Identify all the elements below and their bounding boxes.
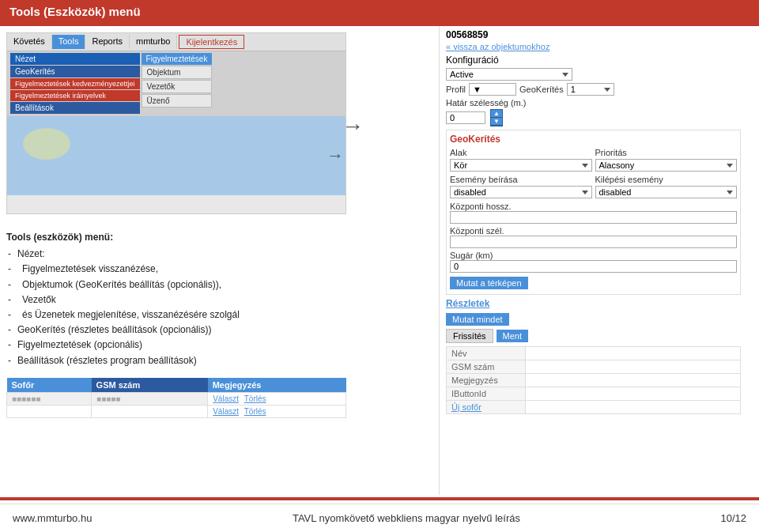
menu-item-kovetés[interactable]: Követés bbox=[7, 35, 52, 49]
dropdown-figyelmeztetések-kedvezm[interactable]: Figyelmeztetések kedvezményezettjei bbox=[10, 78, 140, 89]
sugar-input[interactable] bbox=[450, 260, 737, 273]
menu-item-tools[interactable]: Tools bbox=[52, 35, 86, 49]
cell-actions-1: Választ Törlés bbox=[208, 392, 346, 405]
konfiguracio-label: Konfiguráció bbox=[446, 55, 741, 66]
map-land bbox=[23, 128, 70, 160]
link-torles-2[interactable]: Törlés bbox=[244, 407, 266, 416]
geokertes-title: GeoKerítés bbox=[450, 134, 737, 145]
back-link[interactable]: « vissza az objektumokhoz bbox=[446, 42, 741, 51]
kilepes-group: Kilépési esemény disabled bbox=[595, 175, 738, 198]
spin-down-btn[interactable]: ▼ bbox=[491, 118, 502, 126]
dropdown-uzeno[interactable]: Üzenő bbox=[142, 94, 213, 108]
desc-item-6: Figyelmeztetések (opcionális) bbox=[6, 338, 346, 353]
alak-label: Alak bbox=[450, 148, 592, 157]
cell-value-gsm bbox=[526, 360, 741, 374]
footer-right: 10/12 bbox=[720, 512, 746, 524]
hatar-label: Határ szélesség (m.) bbox=[446, 98, 526, 108]
spin-buttons: ▲ ▼ bbox=[490, 109, 503, 126]
table-row: ■■■■■■ ■■■■■ Választ Törlés bbox=[7, 392, 346, 405]
header-bar: Tools (Eszközök) menü bbox=[0, 0, 759, 23]
table-row: IButtonId bbox=[447, 387, 741, 401]
alak-select[interactable]: Kör bbox=[450, 159, 592, 172]
cell-value-ibuttonid bbox=[526, 387, 741, 401]
cell-actions-2: Választ Törlés bbox=[208, 405, 346, 417]
esemeny-chevron-icon bbox=[582, 191, 588, 194]
dropdown-col-1: Nézet GeoKerítés Figyelmeztetések kedvez… bbox=[10, 53, 140, 115]
profil-select-1[interactable]: ▼ bbox=[469, 83, 516, 96]
col-header-sofor: Sofőr bbox=[7, 378, 92, 393]
col-header-gsm: GSM szám bbox=[92, 378, 208, 393]
prioritas-select[interactable]: Alacsony bbox=[595, 159, 738, 172]
menu-item-kijelentkezes[interactable]: Kijelentkezés bbox=[179, 35, 244, 49]
kozponti-hossz-row: Központi hossz. bbox=[450, 202, 737, 224]
desc-item-0: Nézet: bbox=[6, 247, 346, 262]
cell-value-nev bbox=[526, 347, 741, 360]
alak-chevron-icon bbox=[582, 164, 588, 168]
dropdown-col-2: Figyelmeztetések Objektum Vezetők Üzenő bbox=[142, 53, 213, 115]
table-row: Új sofőr bbox=[447, 401, 741, 414]
desc-item-4: és Üzenetek megjelenítése, visszanézésér… bbox=[6, 308, 346, 323]
esemeny-select[interactable]: disabled bbox=[450, 186, 592, 198]
dropdown-vezetők[interactable]: Vezetők bbox=[142, 80, 213, 93]
dropdown-nezet[interactable]: Nézet bbox=[10, 53, 140, 65]
hatar-input[interactable] bbox=[446, 111, 485, 124]
cell-label-nev: Név bbox=[447, 347, 526, 360]
kozponti-szel-label: Központi szél. bbox=[450, 226, 737, 236]
dropdown-figyelmeztetések-iránynyelvek[interactable]: Figyelmeztetések iráinyelvek bbox=[10, 90, 140, 101]
cell-sofor-1: ■■■■■■ bbox=[7, 392, 92, 405]
table-row: Megjegyzés bbox=[447, 374, 741, 387]
bottom-red-line bbox=[0, 497, 759, 500]
dropdown-beallitasok[interactable]: Beállítások bbox=[10, 102, 140, 114]
table-row: GSM szám bbox=[447, 360, 741, 374]
kilepes-label: Kilépési esemény bbox=[595, 175, 738, 184]
menu-item-reports[interactable]: Reports bbox=[85, 35, 130, 49]
kozponti-szel-row: Központi szél. bbox=[450, 226, 737, 248]
screenshot-mockup: Követés Tools Reports mmturbo Kijelentke… bbox=[6, 32, 346, 221]
kilepes-chevron-icon bbox=[727, 191, 733, 194]
active-select[interactable]: Active bbox=[446, 68, 572, 81]
dropdown-objektum[interactable]: Objektum bbox=[142, 66, 213, 79]
kozponti-hossz-input[interactable] bbox=[450, 211, 737, 224]
kozponti-hossz-label: Központi hossz. bbox=[450, 202, 737, 211]
esemeny-kilepes-row: Esemény beírása disabled Kilépési esemén… bbox=[450, 175, 737, 198]
table-row: Választ Törlés bbox=[7, 405, 346, 417]
cell-label-ujsofor: Új sofőr bbox=[447, 401, 526, 414]
left-panel: Követés Tools Reports mmturbo Kijelentke… bbox=[0, 26, 439, 495]
desc-item-1: Figyelmeztetések visszanézése, bbox=[6, 262, 346, 277]
menu-item-mmturbo[interactable]: mmturbo bbox=[130, 35, 177, 49]
bottom-table-left: Sofőr GSM szám Megjegyzés ■■■■■■ ■■■■■ V… bbox=[6, 378, 346, 418]
mutat-terkepen-btn[interactable]: Mutat a térképen bbox=[450, 277, 528, 289]
prioritas-group: Prioritás Alacsony bbox=[595, 148, 738, 172]
chevron-icon bbox=[604, 88, 610, 92]
action-row-1: Mutat mindet bbox=[446, 311, 741, 327]
mutat-mindet-btn[interactable]: Mutat mindet bbox=[446, 313, 509, 326]
chevron-down-icon bbox=[562, 73, 568, 77]
table-row: Név bbox=[447, 347, 741, 360]
prioritas-chevron-icon bbox=[727, 164, 733, 168]
map-area: → bbox=[7, 116, 346, 195]
cell-label-megjegyzes: Megjegyzés bbox=[447, 374, 526, 387]
object-id: 00568859 bbox=[446, 29, 741, 40]
desc-item-2: Objektumok (GeoKerítés beállítás (opcion… bbox=[6, 277, 346, 292]
header-title: Tools (Eszközök) menü bbox=[9, 5, 141, 18]
kozponti-szel-input[interactable] bbox=[450, 236, 737, 248]
profil-select-2[interactable]: 1 bbox=[567, 83, 614, 96]
reszletek-link[interactable]: Részletek bbox=[446, 298, 741, 309]
right-bottom-table: Név GSM szám Megjegyzés IButtonId bbox=[446, 346, 741, 414]
frissites-btn[interactable]: Frissítés bbox=[446, 329, 493, 343]
kilepes-select[interactable]: disabled bbox=[595, 186, 738, 198]
details-table: Név GSM szám Megjegyzés IButtonId bbox=[446, 346, 741, 414]
link-torles-1[interactable]: Törlés bbox=[244, 394, 266, 403]
active-row: Active bbox=[446, 68, 741, 81]
ment-btn[interactable]: Ment bbox=[497, 330, 528, 342]
esemeny-group: Esemény beírása disabled bbox=[450, 175, 592, 198]
footer-center: TAVL nyomkövető webkliens magyar nyelvű … bbox=[92, 512, 720, 524]
link-valaszt-2[interactable]: Választ bbox=[213, 407, 239, 416]
dropdown-figyelmeztetések[interactable]: Figyelmeztetések bbox=[142, 53, 213, 65]
link-valaszt-1[interactable]: Választ bbox=[213, 394, 239, 403]
action-row-2: Frissítés Ment bbox=[446, 329, 741, 343]
dropdown-geokertes[interactable]: GeoKerítés bbox=[10, 66, 140, 77]
spin-up-btn[interactable]: ▲ bbox=[491, 110, 502, 118]
desc-item-3: Vezetők bbox=[6, 292, 346, 308]
footer-left: www.mmturbo.hu bbox=[13, 512, 92, 524]
